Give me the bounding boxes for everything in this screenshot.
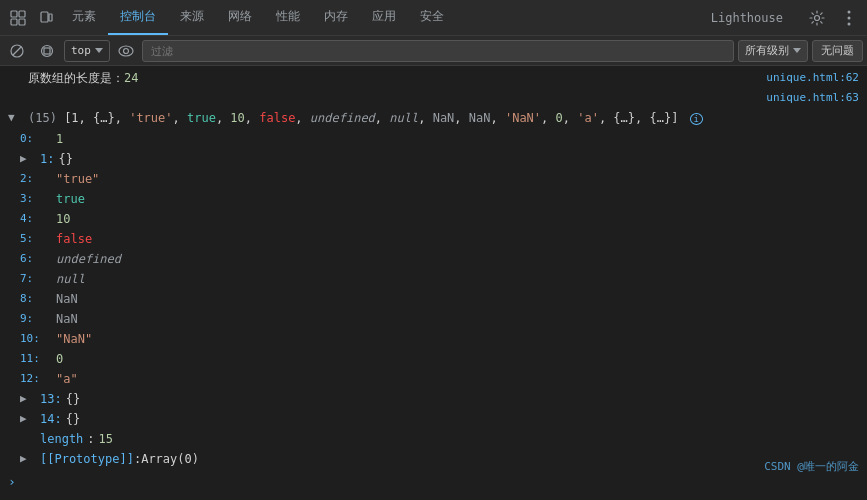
watermark: CSDN @唯一的阿金 bbox=[764, 459, 859, 474]
array-item-4: 4: 10 bbox=[0, 209, 867, 229]
svg-point-12 bbox=[42, 45, 53, 56]
line-content: 原数组的长度是：24 bbox=[28, 69, 758, 87]
prototype-line: ▶ [[Prototype]] : Array(0) bbox=[0, 449, 867, 469]
prototype-value: Array(0) bbox=[141, 450, 199, 468]
tab-performance[interactable]: 性能 bbox=[264, 0, 312, 35]
svg-rect-1 bbox=[19, 11, 25, 17]
svg-rect-4 bbox=[41, 12, 48, 22]
eye-button[interactable] bbox=[114, 40, 138, 62]
filter-input[interactable] bbox=[142, 40, 734, 62]
item-14-expand[interactable]: ▶ bbox=[20, 410, 36, 428]
prompt-char: › bbox=[8, 474, 16, 489]
svg-rect-3 bbox=[19, 19, 25, 25]
no-issues-badge: 无问题 bbox=[812, 40, 863, 62]
prompt-line: › bbox=[0, 469, 867, 493]
prototype-label: [[Prototype]] bbox=[40, 450, 134, 468]
tab-security[interactable]: 安全 bbox=[408, 0, 456, 35]
info-icon: i bbox=[690, 113, 703, 125]
array-item-11: 11: 0 bbox=[0, 349, 867, 369]
array-item-13: ▶ 13: {} bbox=[0, 389, 867, 409]
devtools-icon[interactable] bbox=[4, 4, 32, 32]
tab-memory[interactable]: 内存 bbox=[312, 0, 360, 35]
svg-point-9 bbox=[848, 22, 851, 25]
array-item-1: ▶ 1: {} bbox=[0, 149, 867, 169]
clear-console-button[interactable] bbox=[4, 40, 30, 62]
array-item-0: 0: 1 bbox=[0, 129, 867, 149]
line-source-2[interactable]: unique.html:63 bbox=[758, 89, 859, 107]
array-length-line: length : 15 bbox=[0, 429, 867, 449]
tab-elements[interactable]: 元素 bbox=[60, 0, 108, 35]
tab-application[interactable]: 应用 bbox=[360, 0, 408, 35]
svg-line-11 bbox=[13, 47, 21, 55]
lighthouse-label: Lighthouse bbox=[695, 11, 799, 25]
settings-button[interactable] bbox=[803, 4, 831, 32]
tab-console[interactable]: 控制台 bbox=[108, 0, 168, 35]
stop-recording-button[interactable] bbox=[34, 40, 60, 62]
array-item-9: 9: NaN bbox=[0, 309, 867, 329]
more-options-button[interactable] bbox=[835, 4, 863, 32]
length-value: 15 bbox=[99, 430, 113, 448]
svg-rect-13 bbox=[44, 48, 50, 54]
toolbar: top 所有级别 无问题 bbox=[0, 36, 867, 66]
array-expand-arrow[interactable]: ▼ bbox=[8, 109, 24, 127]
item-13-expand[interactable]: ▶ bbox=[20, 390, 36, 408]
top-nav: 元素 控制台 来源 网络 性能 内存 应用 安全 Lighthouse bbox=[0, 0, 867, 36]
text-label: 原数组的长度是： bbox=[28, 71, 124, 85]
context-label: top bbox=[71, 44, 91, 57]
svg-point-6 bbox=[815, 15, 820, 20]
item-1-expand[interactable]: ▶ bbox=[20, 150, 36, 168]
array-header-line: ▼ (15) [1, {…}, 'true', true, 10, false,… bbox=[0, 108, 867, 129]
console-output: 原数组的长度是：24 unique.html:62 unique.html:63… bbox=[0, 66, 867, 500]
svg-point-8 bbox=[848, 16, 851, 19]
tab-sources[interactable]: 来源 bbox=[168, 0, 216, 35]
svg-point-7 bbox=[848, 10, 851, 13]
level-selector[interactable]: 所有级别 bbox=[738, 40, 808, 62]
array-item-6: 6: undefined bbox=[0, 249, 867, 269]
svg-point-14 bbox=[119, 46, 133, 56]
array-item-3: 3: true bbox=[0, 189, 867, 209]
device-toolbar-icon[interactable] bbox=[32, 4, 60, 32]
array-item-2: 2: "true" bbox=[0, 169, 867, 189]
array-item-12: 12: "a" bbox=[0, 369, 867, 389]
array-item-7: 7: null bbox=[0, 269, 867, 289]
console-line-1: 原数组的长度是：24 unique.html:62 bbox=[0, 68, 867, 88]
array-item-10: 10: "NaN" bbox=[0, 329, 867, 349]
svg-rect-2 bbox=[11, 19, 17, 25]
tab-network[interactable]: 网络 bbox=[216, 0, 264, 35]
array-header-content: (15) [1, {…}, 'true', true, 10, false, u… bbox=[28, 109, 859, 128]
text-value: 24 bbox=[124, 71, 138, 85]
line-source-1[interactable]: unique.html:62 bbox=[758, 69, 859, 87]
length-label: length bbox=[40, 430, 83, 448]
context-selector[interactable]: top bbox=[64, 40, 110, 62]
svg-rect-5 bbox=[49, 14, 52, 21]
console-line-2: unique.html:63 bbox=[0, 88, 867, 108]
nav-right: Lighthouse bbox=[695, 4, 863, 32]
prototype-expand[interactable]: ▶ bbox=[20, 450, 36, 468]
svg-rect-0 bbox=[11, 11, 17, 17]
array-item-8: 8: NaN bbox=[0, 289, 867, 309]
array-item-5: 5: false bbox=[0, 229, 867, 249]
svg-point-15 bbox=[123, 48, 128, 53]
nav-tabs: 元素 控制台 来源 网络 性能 内存 应用 安全 bbox=[60, 0, 695, 35]
array-item-14: ▶ 14: {} bbox=[0, 409, 867, 429]
